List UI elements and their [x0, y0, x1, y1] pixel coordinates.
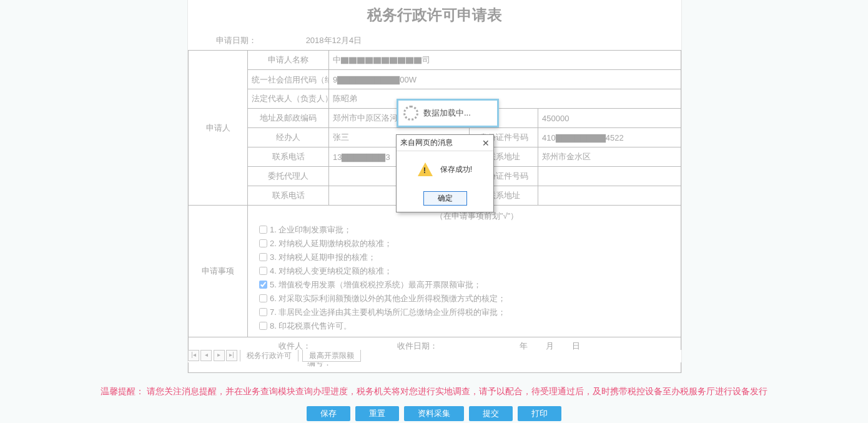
tip-text: 温馨提醒： 请您关注消息提醒，并在业务查询模块查询办理进度，税务机关将对您进行实…	[0, 386, 868, 397]
action-button-1[interactable]: 重置	[355, 406, 399, 421]
alert-dialog: 来自网页的消息 ✕ 保存成功! 确定	[396, 134, 494, 212]
close-icon[interactable]: ✕	[482, 139, 490, 147]
action-button-2[interactable]: 资料采集	[404, 406, 464, 421]
warning-icon	[418, 162, 433, 176]
action-button-0[interactable]: 保存	[307, 406, 350, 421]
action-button-4[interactable]: 打印	[518, 406, 561, 421]
spinner-icon	[403, 106, 418, 121]
toast-text: 数据加载中...	[423, 107, 471, 119]
bottom-button-bar: 保存重置资料采集提交打印	[0, 406, 868, 421]
loading-toast: 数据加载中...	[397, 99, 499, 127]
dialog-message: 保存成功!	[440, 164, 472, 175]
action-button-3[interactable]: 提交	[469, 406, 513, 421]
dialog-title: 来自网页的消息	[400, 137, 453, 148]
ok-button[interactable]: 确定	[423, 191, 467, 206]
